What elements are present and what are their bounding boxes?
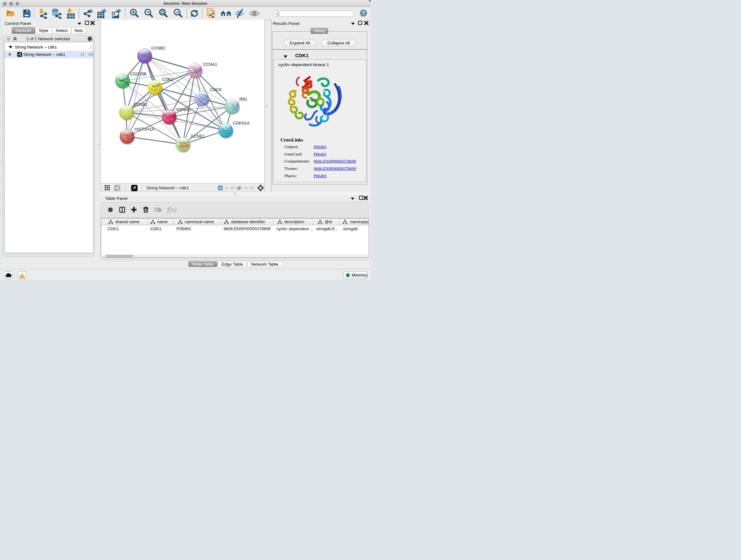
svg-text:CCNA1: CCNA1 [203, 62, 217, 67]
svg-text:CCNA2: CCNA2 [177, 107, 191, 112]
svg-text:HIST1H1A: HIST1H1A [135, 127, 154, 132]
svg-text:CCNB1: CCNB1 [133, 102, 147, 107]
svg-text:CDC25B: CDC25B [130, 71, 146, 76]
svg-text:RB1: RB1 [239, 97, 247, 102]
svg-text:CDK1: CDK1 [162, 77, 173, 82]
svg-text:?: ? [362, 10, 365, 16]
svg-text:CCNE1: CCNE1 [191, 134, 205, 138]
svg-text:CCNB2: CCNB2 [151, 46, 165, 51]
svg-text:CDC6: CDC6 [210, 87, 221, 92]
svg-text:CDKN1A: CDKN1A [233, 121, 250, 125]
